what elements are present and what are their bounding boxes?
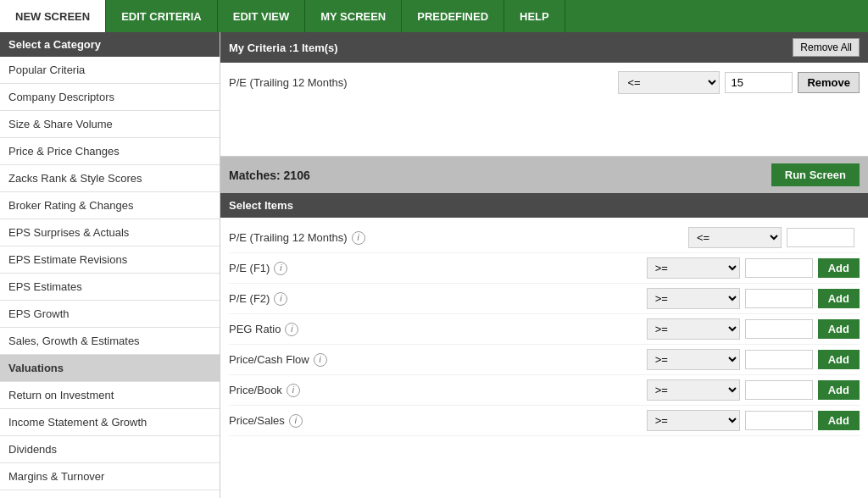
- content-area: My Criteria :1 Item(s) Remove All P/E (T…: [220, 32, 868, 498]
- sidebar-item-eps-growth[interactable]: EPS Growth: [0, 301, 220, 328]
- sidebar-header: Select a Category: [0, 32, 220, 57]
- remove-all-button[interactable]: Remove All: [793, 38, 860, 57]
- info-icon-price-cash-flow[interactable]: i: [314, 353, 327, 367]
- criteria-section: My Criteria :1 Item(s) Remove All P/E (T…: [220, 32, 868, 157]
- item-label-pe-f2: P/E (F2) i: [229, 292, 647, 306]
- run-screen-button[interactable]: Run Screen: [771, 163, 860, 186]
- item-value-pe-f1[interactable]: [745, 258, 813, 278]
- item-label-price-book: Price/Book i: [229, 384, 647, 397]
- sidebar-item-income[interactable]: Income Statement & Growth: [0, 409, 220, 436]
- nav-predefined[interactable]: PREDEFINED: [402, 0, 504, 32]
- select-items-body: P/E (Trailing 12 Months) i <=>== P/E (F1…: [220, 218, 868, 441]
- item-label-price-cash-flow: Price/Cash Flow i: [229, 353, 647, 367]
- matches-count: Matches: 2106: [229, 169, 310, 182]
- sidebar-item-popular[interactable]: Popular Criteria: [0, 57, 220, 84]
- item-row-pe-f1: P/E (F1) i >=<== Add: [229, 253, 860, 284]
- info-icon-price-sales[interactable]: i: [289, 414, 303, 428]
- item-label-price-sales: Price/Sales i: [229, 414, 647, 428]
- sidebar-item-eps-revisions[interactable]: EPS Estimate Revisions: [0, 246, 220, 274]
- info-icon-peg[interactable]: i: [285, 323, 298, 336]
- item-operator-pe-f2[interactable]: >=<==: [647, 288, 740, 309]
- item-value-price-book[interactable]: [745, 380, 813, 400]
- nav-edit-view[interactable]: EDIT VIEW: [218, 0, 305, 32]
- item-operator-price-cash-flow[interactable]: >=<==: [647, 349, 740, 370]
- item-operator-pe-f1[interactable]: >=<==: [647, 257, 740, 279]
- sidebar-item-eps-surprises[interactable]: EPS Surprises & Actuals: [0, 219, 220, 246]
- criteria-item-label: P/E (Trailing 12 Months): [229, 76, 618, 89]
- criteria-header: My Criteria :1 Item(s) Remove All: [220, 32, 868, 63]
- criteria-value-input[interactable]: [725, 72, 793, 93]
- criteria-row: P/E (Trailing 12 Months) <= >= = < > Rem…: [229, 71, 860, 94]
- info-icon-pe-f1[interactable]: i: [274, 262, 287, 275]
- info-icon-price-book[interactable]: i: [287, 384, 300, 397]
- item-operator-price-sales[interactable]: >=<==: [647, 410, 740, 431]
- top-nav: NEW SCREEN EDIT CRITERIA EDIT VIEW MY SC…: [0, 0, 868, 32]
- add-button-pe-f2[interactable]: Add: [818, 289, 860, 308]
- sidebar-item-broker[interactable]: Broker Rating & Changes: [0, 192, 220, 219]
- main-layout: Select a Category Popular Criteria Compa…: [0, 32, 868, 498]
- add-button-pe-f1[interactable]: Add: [818, 258, 860, 278]
- sidebar-item-roi[interactable]: Return on Investment: [0, 382, 220, 409]
- info-icon-pe-trailing[interactable]: i: [352, 231, 365, 245]
- sidebar-item-dividends[interactable]: Dividends: [0, 436, 220, 463]
- sidebar-item-size[interactable]: Size & Share Volume: [0, 111, 220, 138]
- nav-my-screen[interactable]: MY SCREEN: [305, 0, 402, 32]
- nav-new-screen[interactable]: NEW SCREEN: [0, 0, 106, 32]
- item-row-pe-f2: P/E (F2) i >=<== Add: [229, 284, 860, 314]
- item-row-price-book: Price/Book i >=<== Add: [229, 375, 860, 406]
- sidebar-item-zacks[interactable]: Zacks Rank & Style Scores: [0, 165, 220, 192]
- criteria-body: P/E (Trailing 12 Months) <= >= = < > Rem…: [220, 63, 868, 156]
- sidebar-item-price[interactable]: Price & Price Changes: [0, 138, 220, 165]
- sidebar: Select a Category Popular Criteria Compa…: [0, 32, 220, 498]
- nav-help[interactable]: HELP: [504, 0, 565, 32]
- select-items-section: Select Items P/E (Trailing 12 Months) i …: [220, 193, 868, 498]
- remove-button[interactable]: Remove: [798, 72, 860, 93]
- item-label-pe-f1: P/E (F1) i: [229, 262, 647, 275]
- item-operator-pe-trailing[interactable]: <=>==: [688, 227, 782, 248]
- add-button-price-sales[interactable]: Add: [818, 411, 860, 430]
- item-value-pe-trailing[interactable]: [787, 228, 854, 247]
- criteria-operator-select[interactable]: <= >= = < >: [618, 71, 720, 94]
- sidebar-item-valuations[interactable]: Valuations: [0, 355, 220, 382]
- item-operator-price-book[interactable]: >=<==: [647, 379, 740, 401]
- item-label-peg: PEG Ratio i: [229, 323, 647, 336]
- item-value-price-sales[interactable]: [745, 411, 813, 430]
- select-items-header: Select Items: [220, 193, 868, 218]
- item-row-peg: PEG Ratio i >=<== Add: [229, 314, 860, 345]
- sidebar-item-eps-estimates[interactable]: EPS Estimates: [0, 274, 220, 301]
- item-value-peg[interactable]: [745, 319, 813, 339]
- item-row-pe-trailing: P/E (Trailing 12 Months) i <=>==: [229, 223, 860, 253]
- sidebar-item-sales-growth[interactable]: Sales, Growth & Estimates: [0, 328, 220, 355]
- info-icon-pe-f2[interactable]: i: [274, 292, 287, 306]
- sidebar-item-company[interactable]: Company Descriptors: [0, 84, 220, 111]
- nav-edit-criteria[interactable]: EDIT CRITERIA: [106, 0, 218, 32]
- item-row-price-sales: Price/Sales i >=<== Add: [229, 406, 860, 436]
- item-value-pe-f2[interactable]: [745, 289, 813, 308]
- item-value-price-cash-flow[interactable]: [745, 350, 813, 369]
- sidebar-item-balance[interactable]: Balance Sheet: [0, 490, 220, 498]
- item-operator-peg[interactable]: >=<==: [647, 318, 740, 340]
- add-button-price-cash-flow[interactable]: Add: [818, 350, 860, 369]
- matches-bar: Matches: 2106 Run Screen: [220, 157, 868, 193]
- sidebar-item-margins[interactable]: Margins & Turnover: [0, 463, 220, 490]
- item-row-price-cash-flow: Price/Cash Flow i >=<== Add: [229, 345, 860, 375]
- add-button-peg[interactable]: Add: [818, 319, 860, 339]
- add-button-price-book[interactable]: Add: [818, 380, 860, 400]
- criteria-title: My Criteria :1 Item(s): [229, 42, 338, 54]
- item-label-pe-trailing: P/E (Trailing 12 Months) i: [229, 231, 688, 245]
